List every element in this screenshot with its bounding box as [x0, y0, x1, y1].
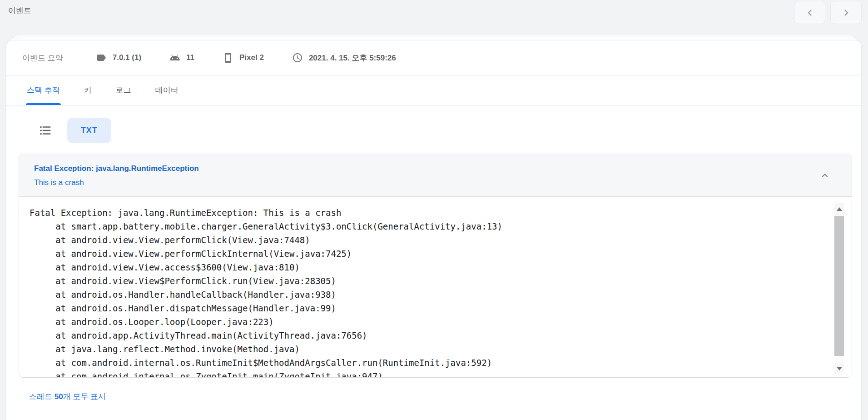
device-meta: Pixel 2 [223, 52, 264, 63]
list-view-button[interactable] [39, 124, 52, 137]
page-title: 이벤트 [8, 0, 31, 16]
event-summary-label: 이벤트 요약 [22, 53, 63, 63]
event-card-stack: 이벤트 요약 7.0.1 (1) 11 Pixel 2 [6, 34, 862, 420]
chevron-up-icon [819, 170, 831, 181]
txt-view-toggle-button[interactable]: TXT [67, 118, 111, 143]
scroll-down-arrow-icon [837, 367, 842, 370]
previous-event-button[interactable] [794, 1, 825, 24]
exception-title: Fatal Exception: java.lang.RuntimeExcept… [34, 164, 811, 174]
event-detail-card: 이벤트 요약 7.0.1 (1) 11 Pixel 2 [6, 40, 862, 420]
clock-icon [292, 52, 303, 63]
os-version-value: 11 [186, 53, 194, 62]
app-version-value: 7.0.1 (1) [113, 53, 141, 62]
chevron-left-icon [804, 6, 816, 19]
stacktrace-body: Fatal Exception: java.lang.RuntimeExcept… [19, 197, 852, 377]
exception-panel: Fatal Exception: java.lang.RuntimeExcept… [19, 154, 852, 378]
tab-keys[interactable]: 키 [83, 75, 93, 105]
show-all-threads-link[interactable]: 스레드 50개 모두 표시 [29, 391, 106, 402]
timestamp-value: 2021. 4. 15. 오후 5:59:26 [309, 53, 396, 63]
tab-stack-trace[interactable]: 스택 추적 [26, 75, 61, 105]
timestamp-meta: 2021. 4. 15. 오후 5:59:26 [292, 52, 396, 63]
tab-logs[interactable]: 로그 [115, 75, 132, 105]
scrollbar-thumb[interactable] [834, 216, 844, 356]
scrollbar-up-button[interactable] [834, 203, 844, 215]
exception-header: Fatal Exception: java.lang.RuntimeExcept… [19, 154, 852, 197]
stacktrace-scrollbar[interactable] [834, 203, 844, 375]
threads-link-suffix: 개 모두 표시 [63, 392, 106, 401]
event-summary-row: 이벤트 요약 7.0.1 (1) 11 Pixel 2 [6, 40, 861, 75]
scroll-up-arrow-icon [837, 207, 842, 211]
threads-link-prefix: 스레드 [29, 392, 55, 401]
os-version-meta: 11 [169, 52, 194, 63]
threads-count: 50 [55, 392, 63, 401]
app-version-meta: 7.0.1 (1) [96, 52, 141, 63]
exception-message: This is a crash [34, 178, 811, 187]
scrollbar-down-button[interactable] [834, 363, 844, 375]
event-detail-tabs: 스택 추적키로그데이터 [6, 75, 861, 105]
version-tag-icon [96, 52, 107, 63]
top-bar: 이벤트 [0, 0, 868, 35]
smartphone-icon [223, 52, 233, 63]
android-icon [169, 52, 180, 63]
next-event-button[interactable] [830, 1, 862, 24]
collapse-exception-button[interactable] [819, 170, 831, 181]
format-list-bulleted-icon [39, 124, 52, 137]
tab-data[interactable]: 데이터 [154, 75, 179, 105]
stacktrace-text: Fatal Exception: java.lang.RuntimeExcept… [19, 197, 852, 377]
stacktrace-toolbar: TXT [39, 118, 861, 143]
device-value: Pixel 2 [239, 53, 264, 62]
chevron-right-icon [840, 6, 853, 19]
event-pager [794, 0, 862, 24]
